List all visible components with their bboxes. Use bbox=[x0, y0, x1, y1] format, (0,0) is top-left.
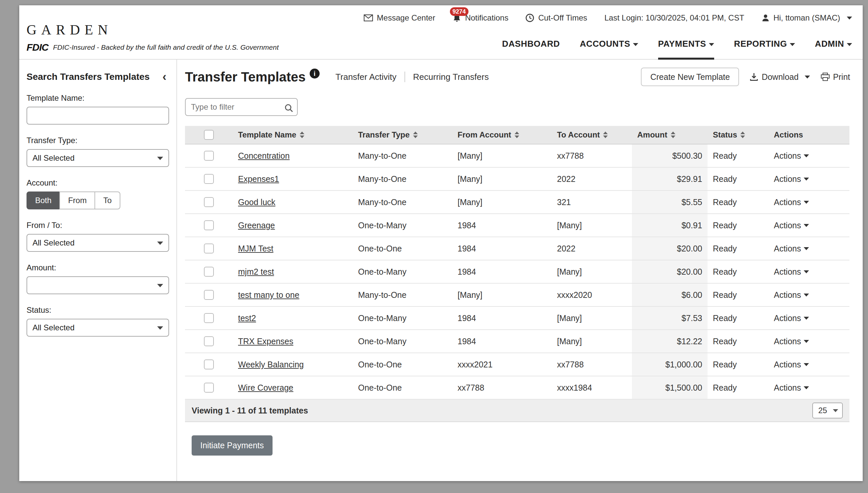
account-option-to[interactable]: To bbox=[95, 192, 120, 209]
amount-label: Amount: bbox=[26, 263, 169, 272]
initiate-payments-button[interactable]: Initiate Payments bbox=[192, 435, 272, 455]
chevron-down-icon bbox=[804, 363, 809, 366]
search-sidebar: Search Transfers Templates ‹ Template Na… bbox=[19, 60, 177, 481]
account-option-both[interactable]: Both bbox=[26, 192, 60, 209]
status-cell: Ready bbox=[707, 214, 768, 237]
from-account-cell: [Many] bbox=[452, 284, 552, 306]
to-account-cell: [Many] bbox=[552, 260, 632, 283]
chevron-down-icon bbox=[804, 294, 809, 297]
column-template-name[interactable]: Template Name bbox=[233, 130, 353, 140]
notifications-link[interactable]: 9274 Notifications bbox=[453, 13, 509, 23]
amount-select[interactable] bbox=[26, 276, 169, 294]
chevron-down-icon bbox=[804, 247, 809, 250]
print-button[interactable]: Print bbox=[821, 72, 850, 82]
template-name-label: Template Name: bbox=[26, 93, 169, 103]
from-account-cell: xxxx2021 bbox=[452, 353, 552, 376]
status-cell: Ready bbox=[707, 145, 768, 167]
row-checkbox[interactable] bbox=[204, 313, 214, 323]
create-new-template-button[interactable]: Create New Template bbox=[641, 68, 739, 86]
cutoff-times-link[interactable]: Cut-Off Times bbox=[525, 13, 587, 23]
amount-cell: $1,000.00 bbox=[632, 353, 707, 376]
from-to-select[interactable]: All Selected bbox=[26, 234, 169, 252]
row-checkbox[interactable] bbox=[204, 151, 214, 161]
template-name-link[interactable]: test many to one bbox=[238, 290, 299, 300]
template-name-link[interactable]: Weekly Balancing bbox=[238, 360, 304, 369]
row-checkbox[interactable] bbox=[204, 290, 214, 300]
nav-admin[interactable]: ADMIN bbox=[815, 39, 852, 60]
row-actions-dropdown[interactable]: Actions bbox=[774, 337, 809, 346]
garden-logo: GARDEN bbox=[26, 23, 278, 37]
template-name-link[interactable]: Good luck bbox=[238, 197, 275, 207]
row-actions-dropdown[interactable]: Actions bbox=[774, 383, 809, 393]
column-amount[interactable]: Amount bbox=[632, 130, 707, 140]
row-checkbox[interactable] bbox=[204, 197, 214, 207]
from-account-cell: [Many] bbox=[452, 191, 552, 213]
nav-payments[interactable]: PAYMENTS bbox=[658, 39, 714, 60]
row-checkbox[interactable] bbox=[204, 360, 214, 369]
sort-icon bbox=[671, 131, 675, 138]
template-name-link[interactable]: TRX Expenses bbox=[238, 337, 293, 346]
row-actions-dropdown[interactable]: Actions bbox=[774, 197, 809, 207]
cutoff-times-label: Cut-Off Times bbox=[538, 13, 587, 23]
template-name-link[interactable]: test2 bbox=[238, 314, 256, 323]
row-checkbox[interactable] bbox=[204, 174, 214, 184]
row-actions-dropdown[interactable]: Actions bbox=[774, 314, 809, 323]
template-name-link[interactable]: Wire Coverage bbox=[238, 383, 293, 393]
row-actions-dropdown[interactable]: Actions bbox=[774, 244, 809, 254]
transfer-activity-link[interactable]: Transfer Activity bbox=[335, 72, 396, 82]
table-row: Greenage One-to-Many 1984 [Many] $0.91 R… bbox=[185, 214, 849, 237]
row-checkbox[interactable] bbox=[204, 383, 214, 393]
column-from-account[interactable]: From Account bbox=[452, 130, 552, 140]
info-icon[interactable] bbox=[310, 69, 319, 79]
filter-input[interactable] bbox=[185, 98, 298, 116]
template-name-link[interactable]: Expenses1 bbox=[238, 174, 279, 184]
row-checkbox[interactable] bbox=[204, 267, 214, 277]
status-cell: Ready bbox=[707, 168, 768, 190]
account-option-from[interactable]: From bbox=[59, 192, 95, 209]
last-login-text: Last Login: 10/30/2025, 04:01 PM, CST bbox=[604, 13, 744, 23]
row-actions-dropdown[interactable]: Actions bbox=[774, 360, 809, 369]
amount-cell: $0.91 bbox=[632, 214, 707, 237]
nav-dashboard[interactable]: DASHBOARD bbox=[502, 39, 560, 60]
amount-cell: $1,500.00 bbox=[632, 377, 707, 399]
fdic-banner: FDIC FDIC-Insured - Backed by the full f… bbox=[26, 42, 278, 53]
row-actions-dropdown[interactable]: Actions bbox=[774, 290, 809, 300]
chevron-down-icon bbox=[804, 224, 809, 227]
template-name-link[interactable]: Greenage bbox=[238, 221, 275, 230]
row-actions-dropdown[interactable]: Actions bbox=[774, 221, 809, 230]
row-actions-dropdown[interactable]: Actions bbox=[774, 174, 809, 184]
row-checkbox[interactable] bbox=[204, 336, 214, 346]
row-actions-dropdown[interactable]: Actions bbox=[774, 267, 809, 277]
row-actions-dropdown[interactable]: Actions bbox=[774, 151, 809, 161]
nav-accounts[interactable]: ACCOUNTS bbox=[580, 39, 638, 60]
sort-icon bbox=[740, 131, 745, 138]
page-size-select[interactable]: 25 bbox=[812, 403, 843, 419]
row-checkbox[interactable] bbox=[204, 220, 214, 230]
column-status[interactable]: Status bbox=[707, 130, 768, 140]
template-name-input[interactable] bbox=[26, 107, 169, 125]
transfer-type-select[interactable]: All Selected bbox=[26, 149, 169, 167]
download-dropdown[interactable]: Download bbox=[750, 72, 810, 82]
template-name-link[interactable]: mjm2 test bbox=[238, 267, 274, 277]
chevron-down-icon bbox=[804, 177, 809, 180]
person-icon bbox=[762, 14, 769, 22]
download-icon bbox=[750, 72, 758, 81]
status-select[interactable]: All Selected bbox=[26, 319, 169, 337]
chevron-down-icon bbox=[790, 43, 795, 46]
table-header: Template Name Transfer Type From Account… bbox=[185, 126, 849, 145]
message-center-link[interactable]: Message Center bbox=[364, 13, 435, 23]
viewing-count: Viewing 1 - 11 of 11 templates bbox=[192, 406, 308, 415]
template-name-link[interactable]: Concentration bbox=[238, 151, 290, 161]
template-name-link[interactable]: MJM Test bbox=[238, 244, 273, 254]
app-card: Message Center 9274 Notifications Cut-Of… bbox=[19, 5, 863, 481]
nav-reporting[interactable]: REPORTING bbox=[734, 39, 795, 60]
column-transfer-type[interactable]: Transfer Type bbox=[353, 130, 452, 140]
row-checkbox[interactable] bbox=[204, 243, 214, 254]
sidebar-collapse-button[interactable]: ‹ bbox=[160, 72, 169, 82]
from-account-cell: 1984 bbox=[452, 214, 552, 237]
recurring-transfers-link[interactable]: Recurring Transfers bbox=[413, 72, 489, 82]
user-menu[interactable]: Hi, ttoman (SMAC) bbox=[762, 13, 852, 23]
select-all-checkbox[interactable] bbox=[204, 130, 214, 140]
column-to-account[interactable]: To Account bbox=[552, 130, 632, 140]
fdic-wordmark: FDIC bbox=[26, 42, 48, 53]
